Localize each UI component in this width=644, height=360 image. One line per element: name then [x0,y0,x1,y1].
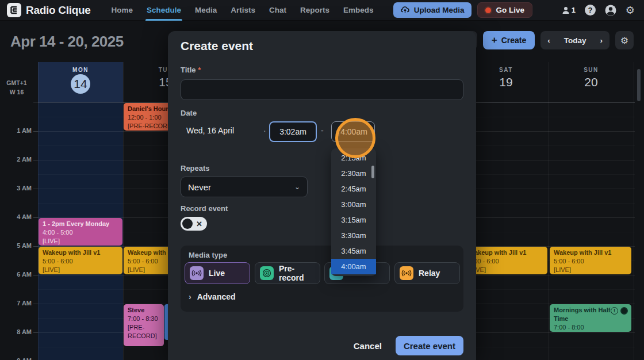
hour-label: 7 AM [3,300,32,307]
calendar-scrollbar[interactable] [637,62,641,360]
day-header-sat[interactable]: SAT 19 [463,62,549,102]
event-title: Wakeup with Jill v1 [554,248,627,257]
nav-item-chat[interactable]: Chat [262,0,293,21]
nav-item-embeds[interactable]: Embeds [336,0,381,21]
repeats-field-label: Repeats [181,164,210,173]
time-option[interactable]: 2:15am [331,150,376,166]
day-header-mon[interactable]: MON 14 [38,62,123,102]
event-title: 1 - 2pm Every Monday [43,220,118,228]
presence-count: 1 [572,6,576,14]
toggle-knob [182,219,193,229]
record-event-toggle[interactable]: ✕ [181,217,207,231]
nav-item-artists[interactable]: Artists [224,0,262,21]
cloud-upload-icon [401,6,410,15]
event-time: 5:00 - 6:00 [554,257,627,266]
create-event-modal: Create event Title * Date Wed, 16 April … [168,31,476,360]
radio-clique-logo-icon[interactable] [7,3,21,17]
event-wakeup-sat[interactable]: Wakeup with Jill v1 5:00 - 6:00 [LIVE] [465,247,547,274]
time-option[interactable]: 3:00am [331,197,376,212]
hour-label: 5 AM [3,242,32,249]
timezone-label: GMT+1 [0,79,33,86]
week-number-label: W 16 [0,89,33,95]
toggle-off-x-icon: ✕ [196,220,202,228]
end-time-value: 4:00am [340,127,367,136]
create-event-submit-button[interactable]: Create event [396,336,463,355]
relay-broadcast-icon [400,266,413,280]
title-label-text: Title [181,66,196,74]
time-option[interactable]: 2:30am [331,166,376,181]
header-actions: + Create ‹ Today › ⚙ [459,31,634,49]
settings-gear-icon[interactable]: ⚙ [626,4,635,17]
modal-title: Create event [181,39,253,53]
time-option-selected[interactable]: 4:00am [331,259,376,274]
event-title: Wakeup with Jill v1 [43,248,118,257]
time-option[interactable]: 3:45am [331,243,376,259]
hour-label: 3 AM [3,185,32,192]
advanced-expander[interactable]: › Advanced [189,292,236,301]
day-name: MON [38,67,123,73]
repeats-value: Never [188,182,211,192]
end-time-dropdown: 2:15am 2:30am 2:45am 3:00am 3:15am 3:30a… [331,148,376,276]
help-icon[interactable]: ? [585,5,596,16]
date-picker-field[interactable]: Wed, 16 April [186,126,234,135]
media-type-label: Media type [189,251,227,259]
nav-right-cluster: 1 ? ⚙ [562,4,635,17]
event-mornings-half-time[interactable]: Mornings with Half Time 7:00 - 8:00 ! [550,304,631,332]
event-steve[interactable]: Steve 7:00 - 8:30 [PRE-RECORD] [124,304,164,346]
event-title: Wakeup with Jill v1 [469,248,543,257]
event-wakeup-sun[interactable]: Wakeup with Jill v1 5:00 - 6:00 [LIVE] [550,247,631,274]
day-name: SAT [463,67,549,73]
presence-indicator[interactable]: 1 [562,6,576,14]
modal-footer: Cancel Create event [168,331,476,360]
today-button[interactable]: Today [557,31,593,49]
event-tag: [LIVE] [43,266,118,274]
start-time-input[interactable]: 3:02am [269,121,317,142]
day-header-sun[interactable]: SUN 20 [549,62,634,102]
disc-icon [260,266,274,280]
time-option[interactable]: 3:15am [331,212,376,228]
nav-item-reports[interactable]: Reports [293,0,336,21]
prev-week-button[interactable]: ‹ [540,31,557,49]
warning-icon: ! [611,307,618,315]
media-option-relay[interactable]: Relay [394,262,460,284]
event-title: Mornings with Half Time [554,306,611,323]
hour-label: 4 AM [3,213,32,220]
hour-label: 9 AM [3,357,32,360]
media-option-pre-record[interactable]: Pre-record [255,262,320,284]
upload-media-button[interactable]: Upload Media [393,2,472,18]
event-time: 7:00 - 8:30 [128,315,160,323]
cancel-button[interactable]: Cancel [349,338,386,354]
nav-item-home[interactable]: Home [105,0,140,21]
event-every-monday[interactable]: 1 - 2pm Every Monday 4:00 - 5:00 [LIVE] [39,218,122,246]
hour-label: 2 AM [3,156,32,163]
advanced-label: Advanced [197,292,236,301]
calendar-settings-gear-icon[interactable]: ⚙ [615,31,634,49]
next-week-button[interactable]: › [593,31,610,49]
scrollbar-thumb[interactable] [637,69,641,101]
create-label: Create [501,36,527,45]
current-day-badge: 14 [71,74,90,94]
hour-label: 6 AM [3,271,32,278]
go-live-button[interactable]: Go Live [477,2,532,18]
event-title: Steve [128,306,160,315]
nav-item-schedule[interactable]: Schedule [140,0,188,21]
event-wakeup-mon[interactable]: Wakeup with Jill v1 5:00 - 6:00 [LIVE] [39,247,122,274]
time-option[interactable]: 3:30am [331,228,376,243]
nav-item-media[interactable]: Media [188,0,224,21]
go-live-label: Go Live [496,6,524,14]
create-button[interactable]: + Create [483,31,535,49]
account-avatar[interactable] [605,5,616,16]
person-icon [562,6,570,14]
brand-title[interactable]: Radio Clique [26,4,91,17]
repeats-select[interactable]: Never ⌄ [181,177,308,197]
event-title-input[interactable] [181,79,463,100]
media-option-live[interactable]: Live [185,262,250,284]
time-option[interactable]: 2:45am [331,181,376,197]
dropdown-scrollbar-thumb[interactable] [371,166,374,178]
event-time: 5:00 - 6:00 [469,257,543,266]
day-number: 19 [463,75,549,89]
media-type-panel: Media type Live Pre-record [181,246,463,312]
end-time-input[interactable]: 4:00am [331,121,375,142]
chevron-right-icon: › [189,292,191,301]
hour-label: 8 AM [3,328,32,335]
